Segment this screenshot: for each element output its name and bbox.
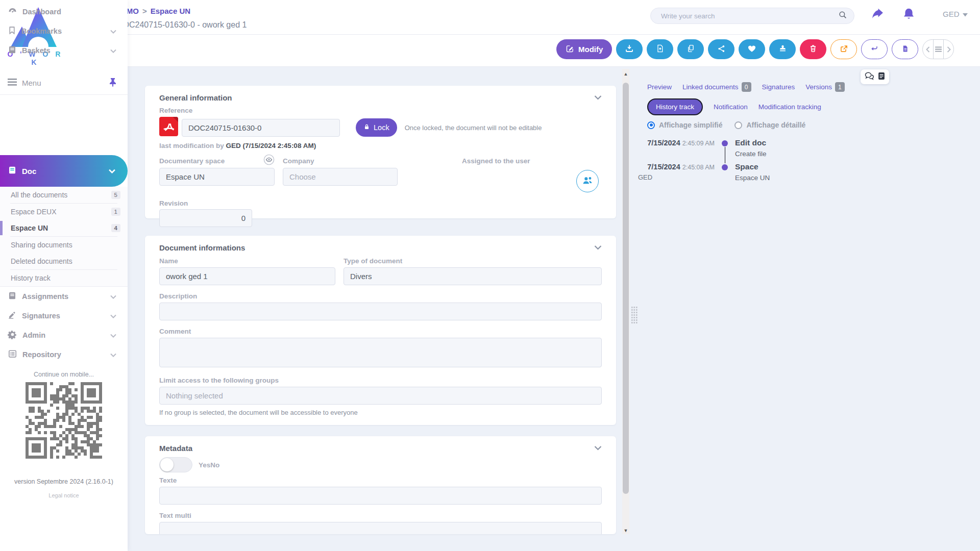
copy-button[interactable] [677,39,704,59]
chevron-down-icon [110,292,116,301]
previous-document-button[interactable] [923,40,933,59]
chat-icon[interactable] [865,72,874,82]
sidebar-item-admin[interactable]: Admin [0,325,128,345]
account-menu[interactable]: GED [943,10,968,18]
collapse-chevron-icon[interactable] [594,443,602,453]
card-title: General information [159,93,232,102]
texte-input[interactable] [159,487,602,505]
share-button[interactable] [708,39,734,59]
search-icon[interactable] [838,10,847,21]
qr-code [26,382,102,459]
sidebar-subitem-history-track[interactable]: History track [0,270,128,286]
tab-signatures[interactable]: Signatures [762,83,795,91]
timeline-entry: 7/15/20242:45:09 AM Edit doc Create file [638,138,924,158]
sidebar-item-label: Dashboard [22,8,116,16]
scrollbar-thumb[interactable] [623,83,629,494]
copy-icon [687,44,695,55]
tab-modification-tracking[interactable]: Modification tracking [758,103,821,111]
name-input[interactable] [159,267,335,285]
dashboard-icon [8,6,17,18]
favorite-button[interactable] [739,39,765,59]
sidebar-subitem-espace-deux[interactable]: Espace DEUX 1 [0,204,128,220]
bell-icon[interactable] [902,7,916,23]
document-view-button[interactable] [892,39,918,59]
legal-notice-link[interactable]: Legal notice [0,492,128,498]
type-of-document-input[interactable] [344,267,602,285]
eye-icon[interactable] [263,154,275,167]
share-forward-icon[interactable] [871,8,885,23]
action-toolbar: Modify [128,35,980,66]
summary-doc-icon[interactable] [878,72,885,82]
tab-versions[interactable]: Versions 1 [805,82,845,92]
file-upload-icon [656,44,664,55]
doc-submenu: All the documents 5 Espace DEUX 1 Espace… [0,187,128,287]
return-button[interactable] [861,39,888,59]
sidebar-item-doc[interactable]: Doc [0,155,128,187]
radio-unselected-icon [734,121,742,129]
mobile-hint-text: Continue on mobile... [0,371,128,378]
upload-version-button[interactable] [647,39,673,59]
sidebar-item-dashboard[interactable]: Dashboard [0,2,128,21]
reference-label: Reference [159,107,602,114]
text-multi-textarea[interactable] [159,522,602,534]
reference-input[interactable] [182,119,340,137]
radio-affichage-simplifie[interactable]: Affichage simplifié [647,121,722,129]
heart-icon [747,44,756,55]
sidebar-item-signatures[interactable]: Signatures [0,306,128,325]
sidebar-subitem-all-documents[interactable]: All the documents 5 [0,187,128,203]
repository-list-icon [8,349,17,361]
collapse-chevron-icon[interactable] [594,93,602,102]
scroll-up-arrow[interactable]: ▲ [622,70,629,78]
pin-icon[interactable] [109,78,116,89]
sidebar-subitem-espace-un[interactable]: Espace UN 4 [0,220,128,236]
sidebar-item-baskets[interactable]: Baskets [0,41,128,60]
external-link-button[interactable] [830,39,857,59]
search-input[interactable] [661,12,838,20]
tab-linked-documents[interactable]: Linked documents 0 [682,82,751,92]
bookmark-icon [8,26,16,37]
chevron-down-icon [110,311,116,320]
revision-input[interactable] [159,209,252,227]
yesno-toggle[interactable] [159,457,192,472]
documentary-space-input[interactable] [159,168,275,186]
card-title: Metadata [159,444,192,453]
comment-textarea[interactable] [159,338,602,367]
sidebar-item-repository[interactable]: Repository [0,345,128,364]
panel-resize-handle[interactable] [631,306,638,324]
delete-button[interactable] [800,39,826,59]
stamp-button[interactable] [769,39,796,59]
assign-users-button[interactable] [576,170,599,192]
collapse-chevron-icon[interactable] [594,243,602,252]
subitem-label: Espace UN [11,224,48,232]
next-document-button[interactable] [943,40,953,59]
account-label: GED [943,10,960,18]
sidebar-subitem-deleted-documents[interactable]: Deleted documents [0,253,128,269]
tab-preview[interactable]: Preview [647,83,672,91]
scroll-down-arrow[interactable]: ▼ [622,527,629,534]
tab-notification[interactable]: Notification [714,103,748,111]
modify-button[interactable]: Modify [556,39,612,59]
external-link-icon [840,44,848,55]
sidebar-subitem-sharing-documents[interactable]: Sharing documents [0,237,128,253]
last-modification-value: GED (7/15/2024 2:45:08 AM) [226,142,316,149]
document-list-button[interactable] [933,40,943,59]
sidebar-item-assignments[interactable]: Assignments [0,287,128,306]
sidebar-item-label: Signatures [22,312,110,320]
version-text: version Septembre 2024 (2.16.0-1) [0,478,128,485]
description-input[interactable] [159,303,602,320]
tab-history-track[interactable]: History track [647,98,703,115]
sidebar-footer: Continue on mobile... version Septembre … [0,371,128,498]
radio-affichage-detaille[interactable]: Affichage détaillé [734,121,805,129]
entry-user: GED [638,173,715,181]
sidebar-item-label: Baskets [22,46,110,55]
breadcrumb-separator: > [142,7,147,15]
company-input[interactable] [283,168,398,186]
hamburger-icon[interactable] [8,79,17,88]
file-icon [901,44,909,55]
download-button[interactable] [616,39,643,59]
sidebar-item-bookmarks[interactable]: Bookmarks [0,21,128,41]
trash-icon [809,44,817,55]
breadcrumb-current[interactable]: Espace UN [151,7,190,15]
groups-select[interactable] [159,387,602,405]
lock-button[interactable]: Lock [356,118,397,137]
